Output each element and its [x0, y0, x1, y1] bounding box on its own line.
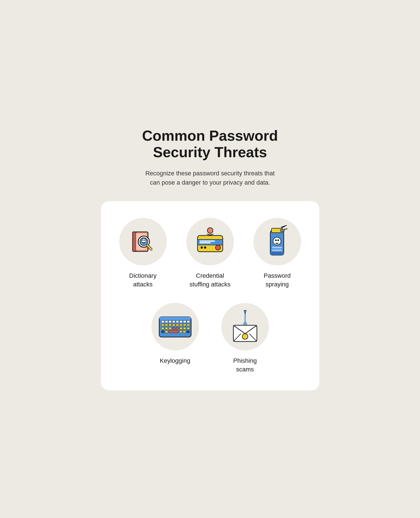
threats-card: Dictionaryattacks: [101, 201, 319, 390]
svg-rect-65: [183, 331, 186, 333]
spray-label: Passwordspraying: [264, 272, 291, 289]
svg-rect-31: [277, 243, 278, 244]
dictionary-icon-circle: [119, 218, 167, 265]
page-wrapper: Common PasswordSecurity Threats Recogniz…: [101, 128, 319, 391]
svg-rect-36: [159, 317, 191, 320]
phishing-icon: [228, 310, 262, 343]
svg-rect-37: [161, 321, 164, 323]
keyboard-icon-circle: [151, 303, 199, 350]
svg-rect-32: [272, 247, 282, 248]
svg-point-6: [142, 240, 144, 241]
svg-rect-59: [183, 327, 186, 329]
svg-rect-64: [179, 331, 182, 333]
credential-icon-circle: [186, 218, 234, 265]
svg-point-18: [215, 245, 220, 250]
svg-point-74: [242, 334, 248, 339]
svg-rect-9: [144, 242, 145, 243]
svg-point-7: [144, 240, 145, 241]
svg-rect-1: [133, 232, 136, 251]
svg-point-5: [142, 239, 146, 243]
svg-rect-56: [172, 327, 175, 329]
keyboard-icon: [157, 313, 193, 341]
svg-point-20: [204, 246, 206, 249]
svg-rect-55: [169, 327, 172, 329]
svg-rect-51: [183, 324, 186, 326]
threat-item-spray: Passwordspraying: [252, 218, 302, 289]
svg-rect-41: [176, 321, 179, 323]
svg-rect-62: [165, 331, 168, 333]
svg-rect-35: [159, 317, 191, 337]
phishing-label: Phishingscams: [233, 357, 257, 374]
svg-rect-16: [200, 241, 215, 242]
svg-rect-40: [172, 321, 175, 323]
phishing-icon-circle: [221, 303, 269, 350]
svg-rect-26: [280, 229, 284, 232]
svg-rect-44: [187, 321, 190, 323]
svg-rect-38: [165, 321, 168, 323]
svg-marker-68: [244, 310, 246, 314]
svg-rect-39: [169, 321, 172, 323]
svg-rect-66: [187, 331, 189, 333]
page-subtitle: Recognize these password security threat…: [145, 169, 274, 187]
svg-rect-33: [272, 249, 282, 251]
svg-rect-57: [176, 327, 179, 329]
threat-item-keylogging: Keylogging: [149, 303, 202, 374]
svg-rect-53: [161, 327, 164, 329]
svg-marker-70: [243, 321, 247, 324]
svg-point-29: [277, 239, 279, 241]
svg-point-19: [201, 246, 203, 249]
svg-rect-42: [180, 321, 182, 323]
svg-rect-34: [270, 252, 284, 255]
svg-rect-54: [165, 327, 168, 329]
svg-rect-60: [187, 327, 190, 329]
svg-rect-8: [143, 242, 144, 243]
svg-rect-58: [180, 327, 182, 329]
threat-item-dictionary: Dictionaryattacks: [118, 218, 168, 289]
svg-point-28: [275, 239, 277, 241]
svg-rect-48: [172, 324, 175, 326]
threats-top-row: Dictionaryattacks: [118, 218, 302, 289]
threat-item-phishing: Phishingscams: [219, 303, 272, 374]
spray-icon: [265, 225, 290, 258]
svg-rect-63: [169, 331, 179, 333]
svg-rect-47: [169, 324, 172, 326]
dictionary-label: Dictionaryattacks: [129, 272, 157, 289]
keylogging-label: Keylogging: [160, 357, 190, 365]
svg-rect-45: [161, 324, 164, 326]
spray-icon-circle: [254, 218, 301, 265]
svg-rect-61: [161, 331, 164, 333]
svg-rect-52: [187, 324, 190, 326]
svg-rect-17: [200, 242, 211, 243]
svg-rect-46: [165, 324, 168, 326]
credential-label: Credentialstuffing attacks: [189, 272, 230, 289]
svg-rect-50: [180, 324, 182, 326]
svg-point-13: [207, 228, 213, 233]
page-title: Common PasswordSecurity Threats: [142, 128, 278, 161]
svg-rect-30: [276, 243, 277, 244]
threat-item-credential: Credentialstuffing attacks: [185, 218, 235, 289]
svg-rect-49: [176, 324, 179, 326]
dictionary-icon: [128, 226, 158, 257]
threats-bottom-row: Keylogging: [118, 303, 302, 374]
svg-rect-43: [183, 321, 186, 323]
credential-icon: [193, 228, 227, 256]
